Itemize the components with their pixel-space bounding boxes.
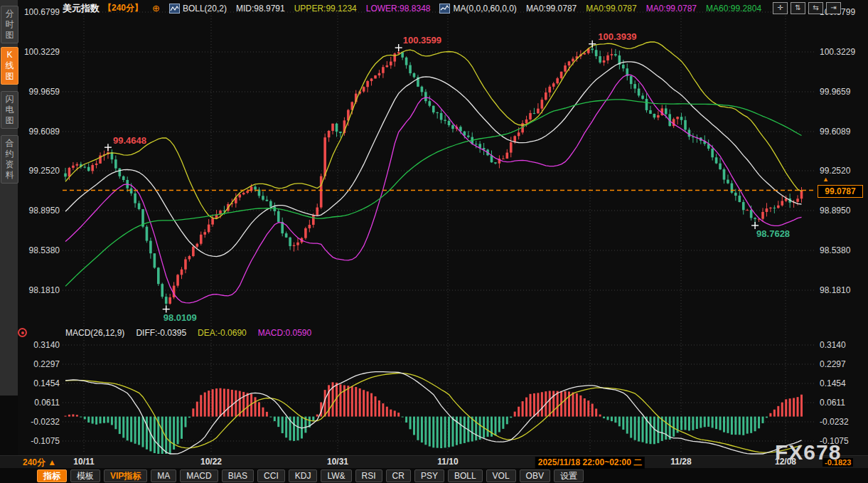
macd-axis-label-left: 0.2297 <box>18 359 60 369</box>
toolbar-button-12[interactable]: PSY <box>414 469 444 482</box>
svg-text:98.7628: 98.7628 <box>756 228 790 239</box>
xaxis-crosshair-label: 2025/11/18 22:00~02:00 二 <box>535 457 645 469</box>
chart-tools: ✛ ⇅ ⇆ ⇥ <box>773 2 841 14</box>
main-axis-label-right: 99.2520 <box>820 166 865 176</box>
macd-label: MACD(26,12,9) <box>65 328 124 338</box>
macd-axis-label-right: 0.0611 <box>820 398 865 408</box>
main-axis-label-left: 100.6799 <box>18 7 60 17</box>
xaxis-period-label[interactable]: 240分 ▲ <box>23 457 56 469</box>
toolbar-button-3[interactable]: VIP指标 <box>104 469 147 482</box>
macd-axis-label-right: 0.3140 <box>820 340 865 350</box>
ma0-magenta-value: MA0:99.0787 <box>646 4 697 14</box>
macd-macd-value: MACD:0.0590 <box>258 328 311 338</box>
xaxis-date-label: 11/10 <box>437 457 458 467</box>
main-chart-header: 美元指数 【240分】 ⊕ BOLL(20,2) MID:98.9791 UPP… <box>63 2 761 14</box>
macd-axis-label-right: 0.2297 <box>820 359 865 369</box>
boll-indicator-icon[interactable] <box>169 4 180 14</box>
macd-axis-label-left: 0.1454 <box>18 378 60 388</box>
sidebar-tab-3[interactable]: 闪电图 <box>1 91 18 129</box>
main-axis-label-left: 99.6089 <box>18 127 60 137</box>
current-price-tag: 99.0787 <box>818 185 863 198</box>
macd-header: MACD(26,12,9) DIFF:-0.0395 DEA:-0.0690 M… <box>65 328 311 338</box>
toolbar-button-9[interactable]: LW& <box>321 469 351 482</box>
main-axis-label-right: 98.8950 <box>820 206 865 216</box>
toolbar-button-15[interactable]: OBV <box>520 469 550 482</box>
xaxis-date-label: 10/11 <box>73 457 94 467</box>
toolbar-button-8[interactable]: KDJ <box>289 469 318 482</box>
main-axis-label-left: 98.8950 <box>18 206 60 216</box>
toolbar-button-10[interactable]: RSI <box>355 469 382 482</box>
main-axis-label-left: 98.5380 <box>18 245 60 255</box>
main-axis-label-right: 100.3229 <box>820 47 865 57</box>
toolbar-button-11[interactable]: CR <box>386 469 411 482</box>
watermark: FX678 <box>775 440 841 465</box>
ma-indicator-icon[interactable] <box>439 4 450 14</box>
xaxis-date-label: 11/28 <box>670 457 691 467</box>
macd-diff-value: DIFF:-0.0395 <box>136 328 186 338</box>
boll-label: BOLL(20,2) <box>183 4 227 14</box>
main-axis-label-right: 98.1810 <box>820 285 865 295</box>
ma0-yellow-value: MA0:99.0787 <box>586 4 636 14</box>
zoom-horizontal-icon[interactable]: ⇆ <box>808 2 823 14</box>
macd-axis-label-right: 0.1454 <box>820 378 865 388</box>
xaxis-bar <box>0 455 868 469</box>
toolbar-button-5[interactable]: MACD <box>180 469 218 482</box>
macd-axis-label-left: 0.0611 <box>18 398 60 408</box>
main-axis-label-left: 98.1810 <box>18 285 60 295</box>
main-axis-label-right: 99.6089 <box>820 127 865 137</box>
svg-text:99.4648: 99.4648 <box>113 135 146 146</box>
indicator-settings-icon[interactable] <box>18 328 27 337</box>
svg-text:100.3939: 100.3939 <box>598 31 636 42</box>
toolbar-button-4[interactable]: MA <box>151 469 176 482</box>
toolbar-button-16[interactable]: 设置 <box>554 469 584 482</box>
xaxis-date-label: 10/22 <box>200 457 222 467</box>
main-axis-label-right: 99.9659 <box>820 87 865 97</box>
ma-label: MA(0,0,0,60,0,0) <box>453 4 516 14</box>
macd-dea-value: DEA:-0.0690 <box>198 328 247 338</box>
toolbar-button-7[interactable]: CCI <box>257 469 285 482</box>
symbol-name: 美元指数 <box>63 2 100 15</box>
main-axis-label-left: 99.9659 <box>18 87 60 97</box>
pan-icon[interactable]: ✛ <box>773 2 788 14</box>
boll-lower-value: LOWER:98.8348 <box>366 4 431 14</box>
toolbar-button-2[interactable]: 模板 <box>70 469 100 482</box>
period-label: 【240分】 <box>103 2 143 14</box>
boll-upper-value: UPPER:99.1234 <box>294 4 357 14</box>
boll-mid-value: MID:98.9791 <box>236 4 285 14</box>
sidebar-tab-2[interactable]: K线图 <box>1 47 18 85</box>
price-chart-svg[interactable]: 99.464898.0109100.3599100.393998.7628 <box>0 0 868 455</box>
pan-right-icon[interactable]: ⇥ <box>826 2 841 14</box>
price-up-arrow-marker: ▲ <box>823 176 829 183</box>
sidebar: 分时图K线图闪电图合约资料 <box>0 0 18 455</box>
bottom-toolbar: 指标模板VIP指标MAMACDBIASCCIKDJLW&RSICRPSYBOLL… <box>0 468 868 483</box>
zoom-vertical-icon[interactable]: ⇅ <box>791 2 805 14</box>
sidebar-spacer <box>0 396 18 455</box>
sidebar-tab-4[interactable]: 合约资料 <box>1 135 18 184</box>
add-indicator-icon[interactable]: ⊕ <box>152 4 160 13</box>
ma60-value: MA60:99.2804 <box>706 4 761 14</box>
main-axis-label-left: 100.3229 <box>18 47 60 57</box>
macd-axis-label-left: -0.0232 <box>18 417 60 427</box>
toolbar-button-1[interactable]: 指标 <box>37 469 67 482</box>
macd-axis-label-left: 0.3140 <box>18 340 60 350</box>
sidebar-tab-1[interactable]: 分时图 <box>1 6 18 43</box>
trading-terminal-window: 99.464898.0109100.3599100.393998.7628 分时… <box>0 0 868 483</box>
xaxis-date-label: 10/31 <box>327 457 348 467</box>
main-axis-label-right: 98.5380 <box>820 245 865 255</box>
toolbar-button-6[interactable]: BIAS <box>222 469 254 482</box>
main-axis-label-left: 99.2520 <box>18 166 60 176</box>
ma0-white-value: MA0:99.0787 <box>526 4 577 14</box>
toolbar-button-14[interactable]: VOL <box>486 469 516 482</box>
svg-text:100.3599: 100.3599 <box>403 35 441 46</box>
macd-axis-label-left: -0.1075 <box>18 436 60 446</box>
macd-axis-label-right: -0.0232 <box>820 417 865 427</box>
toolbar-button-13[interactable]: BOLL <box>448 469 483 482</box>
svg-text:98.0109: 98.0109 <box>164 312 197 323</box>
